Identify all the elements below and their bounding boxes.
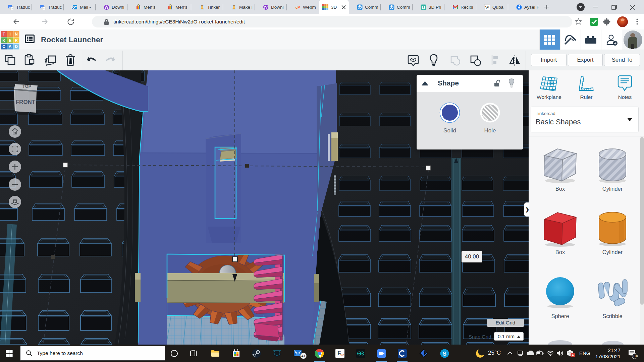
svg-text:N: N xyxy=(15,32,18,37)
svg-text:I: I xyxy=(10,32,11,37)
svg-text:C: C xyxy=(2,44,5,49)
svg-text:S: S xyxy=(443,351,446,357)
svg-text:FRONT: FRONT xyxy=(16,99,36,105)
svg-text:T: T xyxy=(3,32,5,37)
svg-text:cP: cP xyxy=(296,5,300,9)
svg-text:TOP: TOP xyxy=(22,84,32,89)
svg-text:A: A xyxy=(9,44,12,49)
svg-text:K: K xyxy=(2,38,5,43)
svg-text:R: R xyxy=(15,38,18,43)
svg-text:D: D xyxy=(15,44,18,49)
svg-text:x: x xyxy=(43,7,45,10)
svg-text:W: W xyxy=(485,5,489,10)
svg-text:E: E xyxy=(9,38,11,43)
svg-text:x: x xyxy=(11,7,13,10)
